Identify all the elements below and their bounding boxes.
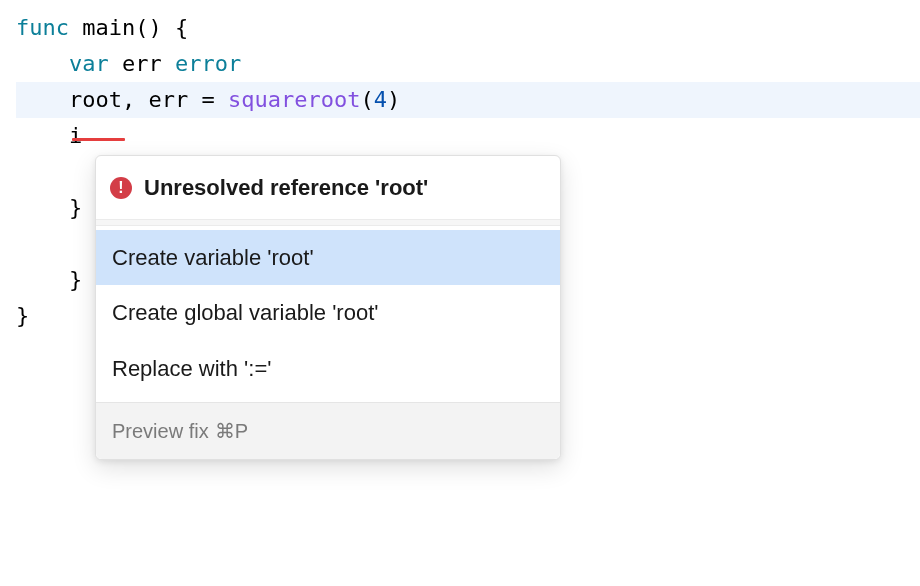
quick-fix-item-create-variable[interactable]: Create variable 'root' xyxy=(96,230,560,285)
popup-header: ! Unresolved reference 'root' xyxy=(96,156,560,220)
func-name: main xyxy=(82,15,135,40)
code-line: i xyxy=(16,118,920,154)
brace: } xyxy=(69,195,82,220)
paren-close: ) xyxy=(387,87,400,112)
brace: } xyxy=(16,303,29,328)
error-identifier: root xyxy=(69,87,122,112)
parens: () { xyxy=(135,15,188,40)
comma: , xyxy=(122,87,149,112)
number-literal: 4 xyxy=(374,87,387,112)
popup-title: Unresolved reference 'root' xyxy=(144,170,428,205)
preview-fix-label: Preview fix xyxy=(112,415,209,447)
code-line: func main() { xyxy=(16,10,920,46)
keyword-var: var xyxy=(69,51,109,76)
quick-fix-item-replace-coloneq[interactable]: Replace with ':=' xyxy=(96,341,560,396)
type: error xyxy=(175,51,241,76)
quick-fix-popup: ! Unresolved reference 'root' Create var… xyxy=(95,155,561,460)
code-line: var err error xyxy=(16,46,920,82)
shortcut-label: ⌘P xyxy=(215,415,248,447)
identifier: err xyxy=(148,87,188,112)
error-icon: ! xyxy=(110,177,132,199)
keyword-func: func xyxy=(16,15,69,40)
code-line-highlighted: root, err = squareroot(4) xyxy=(16,82,920,118)
brace: } xyxy=(69,267,82,292)
function-call: squareroot xyxy=(228,87,360,112)
identifier: err xyxy=(122,51,162,76)
popup-items: Create variable 'root' Create global var… xyxy=(96,226,560,402)
paren-open: ( xyxy=(360,87,373,112)
quick-fix-item-create-global[interactable]: Create global variable 'root' xyxy=(96,285,560,340)
partial-text: i xyxy=(69,123,82,148)
error-underline xyxy=(72,138,125,141)
popup-footer[interactable]: Preview fix ⌘P xyxy=(96,402,560,459)
assign: = xyxy=(188,87,228,112)
